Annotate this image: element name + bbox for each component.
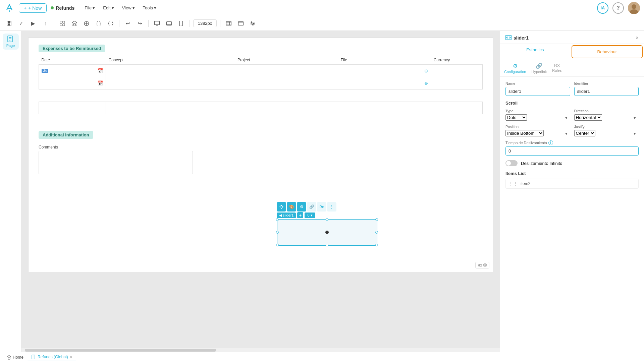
resize-handle-tl[interactable]	[276, 218, 279, 221]
svg-point-24	[483, 263, 487, 267]
layers-button[interactable]	[69, 18, 79, 28]
close-panel-button[interactable]: ×	[636, 35, 639, 41]
file-cell[interactable]: ⊕	[339, 66, 429, 75]
concept-cell-2[interactable]	[107, 78, 233, 88]
name-identifier-row: Name Identifier	[505, 81, 639, 96]
position-select[interactable]: Inside Bottom Inside Top Outside Bottom	[505, 130, 544, 136]
mobile-view[interactable]	[176, 18, 186, 28]
rx-icon[interactable]: Rx	[317, 202, 326, 212]
tab-home[interactable]: Home	[3, 354, 28, 361]
justify-select[interactable]: Center Left Right	[574, 130, 595, 136]
color-icon[interactable]: 🎨	[287, 202, 296, 212]
type-select[interactable]: Dots Arrows None	[505, 114, 527, 121]
slider-add-button[interactable]: +	[297, 212, 303, 218]
sidebar-item-page[interactable]: Page	[3, 34, 19, 50]
config-icon[interactable]: ⚙	[297, 202, 306, 212]
slider-back-button[interactable]: ◀ slider1	[277, 213, 296, 218]
slider-widget[interactable]	[277, 219, 377, 246]
components-button[interactable]	[57, 18, 67, 28]
horizontal-scrollbar[interactable]	[21, 348, 500, 352]
tiempo-label: Tiempo de Deslizamiento i	[505, 140, 639, 145]
edit-menu[interactable]: Edit ▾	[100, 4, 117, 12]
panel-header: slider1 ×	[500, 31, 644, 44]
nav-right-section: IA ?	[597, 2, 640, 14]
scrollbar-thumb[interactable]	[25, 349, 216, 352]
redo-button[interactable]: ↪	[135, 18, 145, 28]
more-icon[interactable]: ⋮	[327, 202, 336, 212]
tools-menu[interactable]: Tools ▾	[140, 4, 160, 12]
position-justify-row: Position Inside Bottom Inside Top Outsid…	[505, 125, 639, 136]
tab-refunds[interactable]: Refunds (Global) ×	[28, 353, 76, 361]
currency-cell-2[interactable]	[432, 78, 481, 88]
slider-dot	[325, 231, 329, 234]
code-button[interactable]: { }	[94, 18, 104, 28]
identifier-input[interactable]	[574, 87, 639, 96]
resize-handle-mr[interactable]	[375, 231, 378, 234]
panel-title: slider1	[505, 35, 529, 41]
play-button[interactable]: ▶	[28, 18, 38, 28]
tiempo-input[interactable]	[505, 146, 639, 156]
svg-rect-8	[63, 21, 65, 23]
resize-handle-bl[interactable]	[276, 244, 279, 246]
resize-handle-bm[interactable]	[326, 244, 328, 246]
project-cell[interactable]	[236, 66, 337, 75]
tab-behaviour[interactable]: Behaviour	[572, 45, 643, 58]
tab-close-button[interactable]: ×	[70, 355, 72, 359]
col-currency: Currency	[431, 56, 483, 65]
new-button[interactable]: + + New	[19, 3, 47, 13]
panel-tabs: Esthetics Behaviour	[500, 44, 644, 60]
resize-handle-tm[interactable]	[326, 218, 328, 221]
currency-cell[interactable]	[432, 66, 481, 75]
left-sidebar: Page	[0, 31, 21, 352]
subtab-rules[interactable]: Rx Rules	[552, 63, 561, 74]
subtab-hyperlink-label: Hyperlink	[531, 70, 547, 74]
link-icon[interactable]: 🔗	[307, 202, 316, 212]
list-item-item2[interactable]: ⋮⋮ item2	[505, 179, 639, 189]
panel-title-text: slider1	[514, 35, 529, 41]
canvas-scroll[interactable]: Expenses to be Reimbursed Date Concept P…	[21, 31, 500, 352]
subtab-hyperlink[interactable]: 🔗 Hyperlink	[531, 63, 547, 74]
deslizamiento-toggle[interactable]	[505, 160, 518, 166]
direction-select[interactable]: Horizontal Vertical	[574, 114, 602, 121]
help-button[interactable]: ?	[612, 2, 624, 14]
file-cell-2[interactable]: ⊕	[339, 78, 429, 88]
user-avatar[interactable]	[628, 2, 640, 14]
undo-button[interactable]: ↩	[123, 18, 133, 28]
check-button[interactable]: ✓	[16, 18, 26, 28]
resize-handle-ml[interactable]	[276, 231, 279, 234]
svg-rect-6	[8, 23, 10, 25]
window-button[interactable]	[236, 18, 246, 28]
svg-point-2	[632, 4, 636, 9]
svg-rect-22	[9, 39, 11, 39]
table-row-2: 📅 ⊕	[39, 77, 483, 89]
move-icon[interactable]	[277, 202, 286, 212]
ia-button[interactable]: IA	[597, 2, 608, 14]
svg-rect-16	[238, 21, 244, 25]
rx-badge-canvas[interactable]: Rx	[475, 262, 489, 268]
html-button[interactable]	[106, 18, 116, 28]
tab-esthetics[interactable]: Esthetics	[500, 44, 570, 60]
resize-handle-tr[interactable]	[375, 218, 378, 221]
name-input[interactable]	[505, 87, 570, 96]
chevron-down-icon: ▾	[311, 213, 313, 218]
resize-handle-br[interactable]	[375, 244, 378, 246]
project-cell-2[interactable]	[236, 78, 337, 88]
comments-textarea[interactable]	[39, 151, 193, 174]
view-menu[interactable]: View ▾	[119, 4, 138, 12]
settings-button[interactable]	[248, 18, 258, 28]
svg-point-17	[251, 21, 252, 22]
item2-label: item2	[521, 181, 530, 186]
grid-button[interactable]	[224, 18, 234, 28]
subtab-config-label: Configuration	[504, 70, 526, 74]
tablet-landscape-view[interactable]	[164, 18, 174, 28]
data-button[interactable]	[82, 18, 92, 28]
file-menu[interactable]: File ▾	[81, 4, 98, 12]
desktop-view[interactable]	[152, 18, 162, 28]
export-button[interactable]: ↑	[40, 18, 50, 28]
concept-cell[interactable]	[107, 66, 233, 75]
slider-num[interactable]: 0 ▾	[305, 213, 315, 218]
subtab-configuration[interactable]: ⚙ Configuration	[504, 63, 526, 74]
deslizamiento-label: Deslizamiento Infinito	[521, 161, 562, 166]
save-button[interactable]	[4, 18, 14, 28]
position-select-wrapper: Inside Bottom Inside Top Outside Bottom	[505, 130, 570, 136]
